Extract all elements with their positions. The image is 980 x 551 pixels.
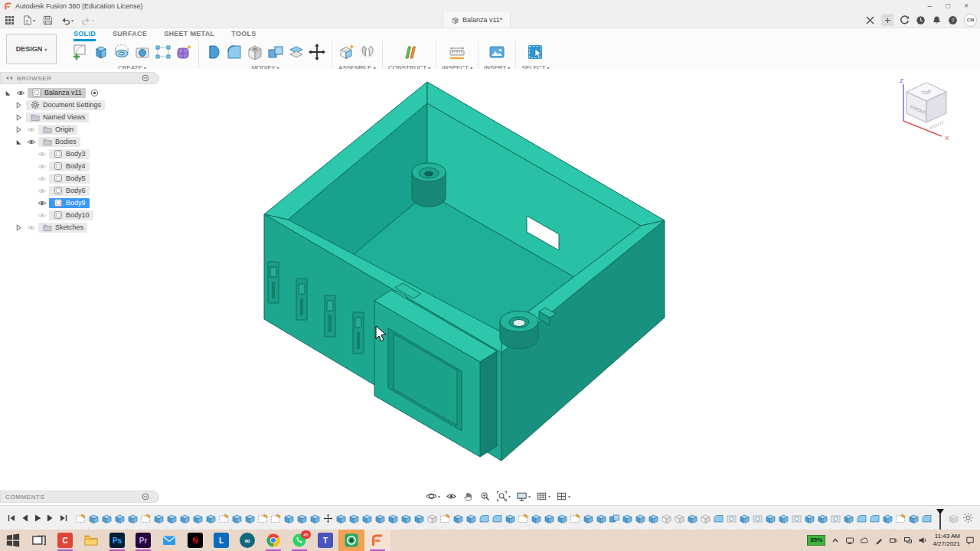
- timeline-feature-extrude[interactable]: [387, 514, 399, 523]
- joint-icon[interactable]: [358, 43, 377, 61]
- timeline-feature-extrude[interactable]: [882, 514, 893, 523]
- timeline-feature-extrude[interactable]: [778, 514, 789, 523]
- app-launcher-icon[interactable]: [5, 15, 15, 25]
- expand-arrow-icon[interactable]: [14, 102, 24, 109]
- timeline-feature-extrude[interactable]: [192, 514, 204, 523]
- timeline-feature-sketch[interactable]: [140, 514, 152, 523]
- taskbar-l-app[interactable]: L: [208, 530, 234, 551]
- timeline-feature-extrude[interactable]: [843, 514, 854, 523]
- timeline-feature-fillet[interactable]: [921, 514, 933, 523]
- new-component-icon[interactable]: [338, 43, 356, 61]
- timeline-feature-sketch[interactable]: [439, 514, 451, 523]
- battery-indicator[interactable]: 85%: [807, 535, 825, 546]
- timeline-feature-extrude[interactable]: [205, 514, 217, 523]
- move-icon[interactable]: [308, 43, 326, 61]
- taskbar-task-view[interactable]: [26, 530, 52, 551]
- taskbar-start[interactable]: [0, 530, 26, 551]
- orbit-button[interactable]: ▾: [426, 491, 440, 502]
- view-cube[interactable]: Z X TOP FRONT RIGHT: [890, 72, 966, 142]
- taskbar-fusion-360[interactable]: [364, 530, 390, 551]
- timeline-feature-sketch[interactable]: [570, 514, 581, 523]
- tree-item-balanza-v11[interactable]: Balanza v11: [0, 86, 155, 99]
- create-form-icon[interactable]: [175, 43, 193, 61]
- tab-solid[interactable]: SOLID: [74, 30, 96, 41]
- model-boss-front[interactable]: [500, 311, 538, 349]
- step-forward-button[interactable]: [46, 514, 55, 523]
- timeline-feature-extrude[interactable]: [309, 514, 321, 523]
- timeline-feature-sketch[interactable]: [270, 514, 282, 523]
- fillet-icon[interactable]: [225, 43, 243, 61]
- timeline-feature-extrude[interactable]: [153, 514, 165, 523]
- sketch-tools-icon[interactable]: [154, 43, 172, 61]
- tray-usb-icon[interactable]: [889, 536, 898, 545]
- taskbar-whatsapp[interactable]: 45: [286, 530, 312, 551]
- collapse-arrow-icon[interactable]: [14, 139, 24, 145]
- timeline-settings-gear-icon[interactable]: [962, 512, 974, 523]
- tab-sheet-metal[interactable]: SHEET METAL: [164, 30, 214, 41]
- collapse-left-icon[interactable]: [5, 74, 13, 82]
- timeline-feature-extrude[interactable]: [452, 514, 464, 523]
- tray-cloud-icon[interactable]: [860, 536, 869, 545]
- undo-icon[interactable]: ▾: [60, 15, 74, 25]
- tree-item-body3[interactable]: Body3: [0, 148, 155, 160]
- timeline-feature-extrude[interactable]: [283, 514, 295, 523]
- display-settings-button[interactable]: ▾: [516, 491, 531, 502]
- timeline-feature-extrude[interactable]: [635, 514, 646, 523]
- timeline-feature-extrude[interactable]: [114, 514, 126, 523]
- timeline-feature-extrude[interactable]: [596, 514, 607, 523]
- visibility-eye-icon[interactable]: [26, 126, 36, 133]
- tray-volume-icon[interactable]: [918, 536, 927, 545]
- timeline-feature-extrude[interactable]: [400, 514, 412, 523]
- timeline-feature-extrude[interactable]: [765, 514, 776, 523]
- expand-arrow-icon[interactable]: [14, 224, 24, 231]
- minimize-button[interactable]: –: [928, 0, 933, 12]
- visibility-eye-icon[interactable]: [37, 175, 47, 182]
- visibility-eye-icon[interactable]: [37, 163, 47, 170]
- panel-collapse-icon[interactable]: [142, 74, 149, 82]
- tree-item-sketches[interactable]: Sketches: [0, 221, 155, 233]
- timeline-feature-fillet[interactable]: [492, 514, 503, 523]
- avatar[interactable]: CM: [964, 14, 977, 27]
- taskbar-photoshop[interactable]: Ps: [104, 530, 130, 551]
- timeline-feature-sketch[interactable]: [218, 514, 230, 523]
- fit-button[interactable]: ▾: [496, 491, 511, 502]
- timeline-feature-extrude[interactable]: [817, 514, 828, 523]
- collapse-arrow-icon[interactable]: [3, 90, 13, 96]
- timeline-playhead[interactable]: [935, 508, 946, 530]
- go-to-end-button[interactable]: [59, 514, 68, 523]
- extrude-icon[interactable]: [92, 43, 110, 61]
- timeline-feature-extrude[interactable]: [544, 514, 555, 523]
- insert-image-icon[interactable]: [488, 43, 506, 61]
- go-to-start-button[interactable]: [7, 514, 16, 523]
- tree-item-body10[interactable]: Body10: [0, 209, 155, 221]
- measure-icon[interactable]: [448, 43, 466, 61]
- timeline-track[interactable]: [75, 504, 959, 533]
- visibility-eye-icon[interactable]: [37, 212, 47, 219]
- timeline-feature-extrude[interactable]: [466, 514, 477, 523]
- comments-panel-header[interactable]: COMMENTS: [0, 491, 155, 503]
- visibility-eye-icon[interactable]: [26, 224, 36, 231]
- timeline-feature-combine[interactable]: [609, 514, 620, 523]
- combine-icon[interactable]: [266, 43, 285, 61]
- maximize-button[interactable]: □: [946, 0, 950, 12]
- expand-arrow-icon[interactable]: [14, 126, 24, 133]
- taskbar-teams[interactable]: T: [312, 530, 338, 551]
- visibility-eye-icon[interactable]: [26, 139, 36, 145]
- timeline-feature-extrude[interactable]: [622, 514, 633, 523]
- timeline-feature-extrude[interactable]: [583, 514, 594, 523]
- timeline-feature-extrude[interactable]: [348, 514, 360, 523]
- timeline-feature-box[interactable]: [674, 514, 685, 523]
- redo-icon[interactable]: ▾: [81, 15, 94, 25]
- timeline-feature-extrude[interactable]: [244, 514, 256, 523]
- timeline-feature-fillet[interactable]: [869, 514, 880, 523]
- timeline-feature-extrude[interactable]: [557, 514, 568, 523]
- tray-tablet-icon[interactable]: [845, 536, 854, 545]
- timeline-feature-extrude-suppressed[interactable]: [948, 514, 959, 523]
- timeline-feature-extrude[interactable]: [648, 514, 659, 523]
- taskbar-green-app[interactable]: [338, 530, 364, 551]
- taskbar-premiere[interactable]: Pr: [130, 530, 156, 551]
- tree-item-named-views[interactable]: Named Views: [0, 111, 155, 123]
- visibility-eye-icon[interactable]: [37, 151, 47, 158]
- tree-item-body5[interactable]: Body5: [0, 172, 155, 184]
- taskbar-file-explorer[interactable]: [78, 530, 104, 551]
